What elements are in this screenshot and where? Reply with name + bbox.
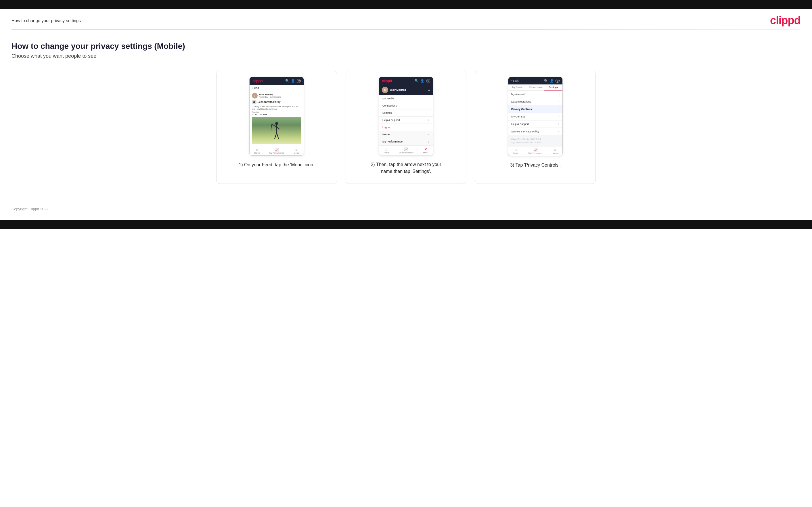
step-2-card: clippd 🔍 👤 ⚙ B Blair McHarg ∧ [346, 71, 466, 184]
golfer-svg [269, 121, 284, 141]
menu-my-profile: My Profile [379, 95, 433, 102]
performance-section-label: My Performance [383, 140, 403, 143]
chevron-right-icon-4: › [559, 115, 560, 118]
step-2-phone-logo: clippd [382, 79, 392, 83]
logo: clippd [770, 14, 801, 27]
step-2-topbar: clippd 🔍 👤 ⚙ [379, 77, 433, 85]
chevron-right-icon: › [559, 93, 560, 96]
settings-service-privacy: Service & Privacy Policy ↗ [508, 128, 562, 135]
settings-list: My Account › Data Integrations › Privacy… [508, 91, 562, 146]
footer: Copyright Clippd 2022 [0, 201, 812, 220]
connections-label: Connections [383, 104, 397, 107]
external-link-icon-3: ↗ [558, 130, 560, 133]
nav-performance-label-3: My Performance [528, 152, 543, 154]
performance-icon-3: 📈 [534, 148, 538, 152]
bottom-bar [0, 220, 812, 229]
feed-user-name: Blair McHarg [259, 93, 281, 96]
feed-lesson-title: Lesson with Fordy [258, 101, 281, 103]
home-icon-3: ⌂ [515, 148, 517, 152]
nav-home-label-3: Home [513, 152, 519, 154]
nav-performance-3: 📈 My Performance [528, 148, 543, 154]
back-button: ‹ Back [511, 79, 519, 82]
nav-close-label: Menu [423, 152, 428, 154]
home-icon-2: ⌂ [385, 147, 387, 151]
menu-list: My Profile Connections Settings Help & S… [379, 95, 433, 145]
help-support-label: Help & Support [383, 119, 400, 121]
breadcrumb: How to change your privacy settings [11, 18, 81, 23]
menu-settings: Settings [379, 109, 433, 117]
nav-home-label-2: Home [384, 152, 389, 154]
step-3-phone: ‹ Back 🔍 👤 ⚙ My Profile Connections Sett… [508, 77, 563, 156]
step-2-bottom-nav: ⌂ Home 📈 My Performance ✕ Menu [379, 145, 433, 155]
tab-connections: Connections [526, 84, 545, 91]
search-icon-3: 🔍 [544, 79, 548, 83]
my-golf-bag-label: My Golf Bag [511, 115, 525, 118]
feed-user-sub: Yesterday · Sunningdale [259, 96, 281, 98]
home-section-label: Home [383, 133, 390, 136]
menu-icon: ≡ [295, 148, 297, 152]
step-2-caption: 2) Then, tap the arrow next to yourname … [371, 161, 441, 175]
chevron-up-icon: ∧ [428, 88, 430, 92]
step-3-phone-icons: 🔍 👤 ⚙ [544, 79, 560, 83]
nav-close: ✕ Menu [423, 147, 428, 154]
nav-performance-label-2: My Performance [399, 152, 413, 154]
top-bar [0, 0, 812, 9]
nav-home-label: Home [254, 152, 260, 154]
step-3-card: ‹ Back 🔍 👤 ⚙ My Profile Connections Sett… [475, 71, 596, 184]
page-subheading: Choose what you want people to see [11, 53, 801, 59]
nav-menu-3: ≡ Menu [553, 148, 558, 154]
nav-performance: 📈 My Performance [269, 148, 284, 154]
svg-line-6 [276, 133, 278, 139]
step-1-caption: 1) On your Feed, tap the 'Menu' icon. [239, 161, 314, 168]
nav-performance-label: My Performance [269, 152, 284, 154]
menu-logout: Logout [379, 124, 433, 131]
settings-data-integrations: Data Integrations › [508, 98, 562, 105]
feed-tab: Feed [250, 85, 304, 91]
external-link-icon: ↗ [427, 119, 429, 121]
chevron-right-icon-3: › [559, 108, 560, 111]
settings-my-account: My Account › [508, 91, 562, 98]
chevron-down-icon: ∨ [427, 133, 429, 136]
step-1-phone-logo: clippd [252, 79, 262, 83]
settings-icon-2: ⚙ [426, 79, 430, 83]
settings-tabs: My Profile Connections Settings [508, 84, 562, 91]
user-icon-2: 👤 [420, 79, 424, 83]
performance-icon-2: 📈 [404, 147, 408, 151]
step-3-caption: 3) Tap 'Privacy Controls'. [510, 162, 561, 169]
external-link-icon-2: ↗ [558, 123, 560, 125]
svg-line-4 [271, 124, 272, 131]
nav-home-2: ⌂ Home [384, 147, 389, 154]
settings-help-support: Help & Support ↗ [508, 121, 562, 128]
step-2-phone: clippd 🔍 👤 ⚙ B Blair McHarg ∧ [379, 77, 433, 155]
nav-menu: ≡ Menu [294, 148, 299, 154]
service-privacy-label: Service & Privacy Policy [511, 130, 539, 133]
copyright: Copyright Clippd 2022 [11, 207, 49, 211]
feed-lesson-row: 🎥 Lesson with Fordy [252, 100, 301, 104]
chevron-right-icon-2: › [559, 100, 560, 103]
header: How to change your privacy settings clip… [0, 9, 812, 30]
settings-my-golf-bag: My Golf Bag › [508, 113, 562, 120]
step-1-phone-icons: 🔍 👤 ⚙ [285, 79, 301, 83]
performance-icon: 📈 [274, 148, 279, 152]
data-integrations-label: Data Integrations [511, 100, 531, 103]
step-2-phone-icons: 🔍 👤 ⚙ [415, 79, 430, 83]
steps-row: clippd 🔍 👤 ⚙ Feed B Blair McHarg [11, 71, 801, 184]
menu-user-left: B Blair McHarg [382, 87, 406, 93]
step-1-body: Feed B Blair McHarg Yesterday · Sunningd… [250, 85, 304, 146]
tab-my-profile: My Profile [508, 84, 526, 91]
page-heading: How to change your privacy settings (Mob… [11, 42, 801, 51]
my-profile-label: My Profile [383, 97, 394, 100]
user-icon-3: 👤 [550, 79, 554, 83]
settings-label: Settings [383, 111, 392, 114]
menu-user-row: B Blair McHarg ∧ [379, 85, 433, 95]
menu-user-avatar: B [382, 87, 388, 93]
tab-settings: Settings [544, 84, 562, 91]
my-account-label: My Account [511, 93, 525, 96]
menu-connections: Connections [379, 102, 433, 109]
version-info: Clippd Client Version: 2022.8.3-3 SQL Se… [508, 135, 562, 146]
home-icon: ⌂ [256, 148, 258, 152]
help-support-label-2: Help & Support [511, 123, 529, 125]
step-1-bottom-nav: ⌂ Home 📈 My Performance ≡ Menu [250, 146, 304, 155]
nav-menu-label-3: Menu [553, 152, 558, 154]
nav-menu-label: Menu [294, 152, 299, 154]
